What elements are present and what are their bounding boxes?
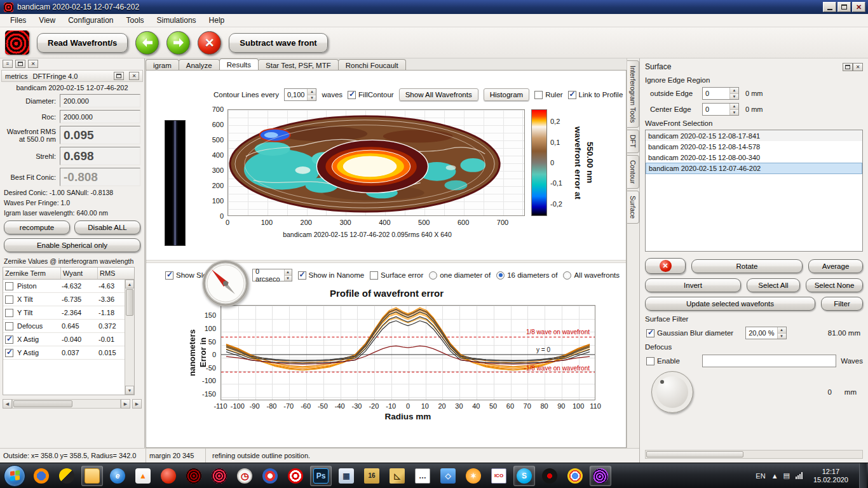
scroll-up-icon[interactable]: ▲ xyxy=(125,280,134,288)
taskbar-cube-icon[interactable]: ◇ xyxy=(437,466,459,486)
contour-plot[interactable] xyxy=(227,109,525,216)
tab-ronchi-foucault[interactable]: Ronchi Foucault xyxy=(338,59,406,71)
update-selected-button[interactable]: Update selected wavefonts xyxy=(645,297,815,311)
histogram-button[interactable]: Histogram xyxy=(484,88,529,101)
zernike-row-x-astig[interactable]: X Astig-0.040-0.01 xyxy=(3,333,125,346)
menu-view[interactable]: View xyxy=(32,15,62,26)
enable-spherical-button[interactable]: Enable Spherical only xyxy=(4,238,140,252)
wavefront-item-2[interactable]: bandicam 2020-02-15 12-08-00-340 xyxy=(646,152,862,163)
taskbar-ico-icon[interactable]: ICO xyxy=(488,466,510,486)
select-all-button[interactable]: Select All xyxy=(747,278,800,292)
read-wavefronts-button[interactable]: Read Wavefront/s xyxy=(37,33,128,53)
spinner-arrows-icon[interactable]: ▲▼ xyxy=(284,269,292,281)
taskbar-target-app-icon[interactable] xyxy=(285,466,306,486)
taskbar-interferogram-icon[interactable] xyxy=(183,466,205,486)
zernike-row-x-tilt[interactable]: X Tilt-6.735-3.36 xyxy=(3,293,125,306)
column-header-wyant[interactable]: Wyant xyxy=(60,268,97,279)
spinner-arrows-icon[interactable]: ▲▼ xyxy=(729,88,738,99)
minimize-button[interactable] xyxy=(823,2,836,12)
taskbar-red-app-icon[interactable] xyxy=(158,466,179,486)
side-tab-contour[interactable]: Contour xyxy=(627,155,639,189)
menu-help[interactable]: Help xyxy=(203,15,231,26)
zernike-row-defocus[interactable]: Defocus0.6450.372 xyxy=(3,320,125,333)
interferogram-logo-icon[interactable] xyxy=(5,30,29,55)
filter-button[interactable]: Filter xyxy=(821,297,863,311)
compass-gauge-icon[interactable] xyxy=(202,260,249,307)
previous-wavefront-button[interactable] xyxy=(135,31,159,55)
taskbar-color-app-icon[interactable] xyxy=(259,466,281,486)
menu-tools[interactable]: Tools xyxy=(120,15,151,26)
link-to-profile-checkbox[interactable]: Link to Profile xyxy=(568,91,623,99)
blur-percent-spinner[interactable]: 20,00 % ▲▼ xyxy=(745,327,786,339)
defocus-knob[interactable] xyxy=(651,371,693,413)
taskbar-firefox-icon[interactable] xyxy=(31,466,52,486)
wavefront-item-0[interactable]: bandicam 2020-02-15 12-08-17-841 xyxy=(646,130,862,141)
gaussian-blur-checkbox[interactable]: Gaussian Blur diameter xyxy=(646,329,733,337)
zernike-vertical-scrollbar[interactable]: ▲ ▼ xyxy=(125,280,134,395)
invert-button[interactable]: Invert xyxy=(645,278,741,292)
taskbar-notes-icon[interactable]: … xyxy=(412,466,433,486)
defocus-enable-checkbox[interactable]: Enable xyxy=(646,357,680,365)
zernike-checkbox[interactable] xyxy=(5,336,13,344)
side-tab-interferogram-tools[interactable]: Interferogram Tools xyxy=(627,60,639,128)
zernike-checkbox[interactable] xyxy=(5,349,13,357)
side-tab-surface[interactable]: Surface xyxy=(627,191,639,224)
taskbar-recorder-icon[interactable] xyxy=(56,466,78,486)
spinner-arrows-icon[interactable]: ▲▼ xyxy=(307,89,316,100)
scrollbar-track[interactable] xyxy=(12,399,121,409)
taskbar-sun-icon[interactable]: ✶ xyxy=(463,466,484,486)
subtract-wavefront-button[interactable]: Subtract wave front xyxy=(229,33,327,53)
show-all-wavefronts-button[interactable]: Show All Wavefronts xyxy=(399,88,478,101)
column-header-rms[interactable]: RMS xyxy=(97,268,125,279)
keyboard-layout-icon[interactable]: ▤ xyxy=(783,471,790,480)
scroll-down-icon[interactable]: ▼ xyxy=(125,386,134,395)
language-indicator[interactable]: EN xyxy=(756,472,765,480)
delete-selected-button[interactable]: ✕ xyxy=(645,258,686,274)
scroll-left-icon[interactable]: ◀ xyxy=(3,399,12,409)
network-icon[interactable] xyxy=(796,472,803,479)
dock-menu-icon[interactable]: ≡ xyxy=(3,60,13,68)
fill-contour-checkbox[interactable]: FillContour xyxy=(348,91,394,99)
tab-star-test-psf-mtf[interactable]: Star Test, PSF, MTF xyxy=(258,59,339,71)
metrics-float-button[interactable] xyxy=(114,72,124,80)
dock-float-button[interactable] xyxy=(15,60,25,68)
igram-thumbnail[interactable] xyxy=(165,120,186,246)
taskbar-vlc-icon[interactable]: ▲ xyxy=(132,466,154,486)
dock-close-button[interactable]: ✕ xyxy=(28,60,38,68)
scroll-right-icon[interactable]: ▶ xyxy=(121,399,130,409)
wavefront-item-3[interactable]: bandicam 2020-02-15 12-07-46-202 xyxy=(646,163,862,174)
disable-all-button[interactable]: Disable ALL xyxy=(74,220,140,234)
taskbar-skype-icon[interactable]: S xyxy=(513,466,535,486)
next-wavefront-button[interactable] xyxy=(166,31,190,55)
taskbar-dftfringe-icon[interactable] xyxy=(590,466,611,486)
ruler-checkbox[interactable]: Ruler xyxy=(534,91,562,99)
wavefront-item-1[interactable]: bandicam 2020-02-15 12-08-14-578 xyxy=(646,141,862,152)
spinner-arrows-icon[interactable]: ▲▼ xyxy=(729,104,738,115)
profile-plot[interactable]: 1/8 wave on wavefront y = 0 -1/8 wave on… xyxy=(220,305,595,400)
tab-igram[interactable]: igram xyxy=(146,59,179,71)
taskbar-explorer-icon[interactable] xyxy=(81,466,103,486)
one-diameter-radio[interactable]: one diameter of xyxy=(429,271,491,280)
defocus-input[interactable] xyxy=(702,355,836,367)
zernike-checkbox[interactable] xyxy=(5,309,13,317)
side-tab-dft[interactable]: DFT xyxy=(627,130,639,152)
surface-error-checkbox[interactable]: Surface error xyxy=(370,271,423,280)
taskbar-ruler16-icon[interactable]: 16 xyxy=(361,466,383,486)
wavefront-list[interactable]: bandicam 2020-02-15 12-08-17-841bandicam… xyxy=(645,130,863,252)
all-wavefronts-radio[interactable]: All wavefronts xyxy=(563,271,620,280)
taskbar-clock[interactable]: 12:17 15.02.2020 xyxy=(808,468,853,484)
scrollbar-thumb[interactable] xyxy=(13,400,72,407)
taskbar-ie-icon[interactable]: e xyxy=(107,466,128,486)
contour-interval-spinner[interactable]: 0,100 ▲▼ xyxy=(284,88,317,101)
zernike-checkbox[interactable] xyxy=(5,322,13,330)
menu-simulations[interactable]: Simulations xyxy=(151,15,203,26)
delete-wavefront-button[interactable]: ✕ xyxy=(198,31,221,55)
metrics-close-button[interactable]: ✕ xyxy=(129,72,139,80)
tab-analyze[interactable]: Analyze xyxy=(179,59,220,71)
spinner-arrows-icon[interactable]: ▲▼ xyxy=(777,327,786,339)
taskbar-calculator-icon[interactable]: ▦ xyxy=(336,466,357,486)
zernike-row-y-astig[interactable]: Y Astig0.0370.015 xyxy=(3,346,125,360)
taskbar-chrome-icon[interactable] xyxy=(564,466,586,486)
menu-configuration[interactable]: Configuration xyxy=(62,15,119,26)
outside-edge-spinner[interactable]: 0 ▲▼ xyxy=(702,87,739,100)
